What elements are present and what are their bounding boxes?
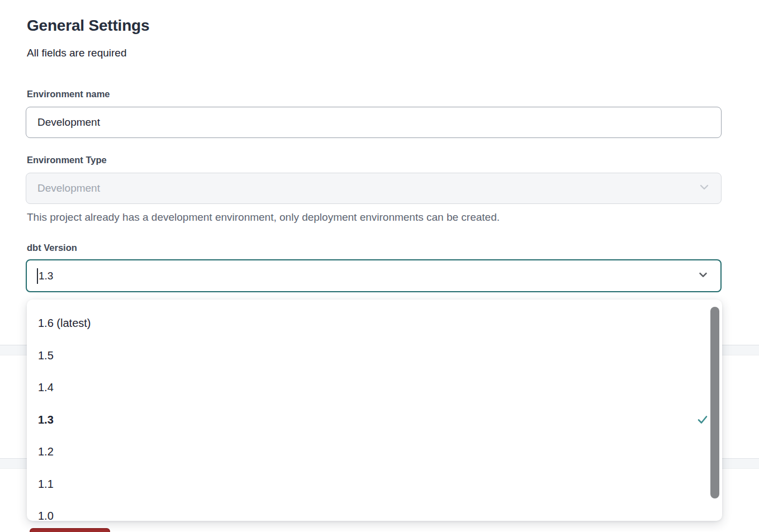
dropdown-option[interactable]: 1.4 bbox=[27, 372, 722, 404]
page-subtitle: All fields are required bbox=[27, 47, 126, 59]
dropdown-option-label: 1.1 bbox=[38, 478, 54, 491]
environment-type-label: Environment Type bbox=[27, 155, 107, 165]
dbt-version-combobox[interactable]: 1.3 bbox=[26, 259, 722, 292]
environment-name-input[interactable] bbox=[26, 107, 722, 138]
dbt-version-listbox: 1.6 (latest) 1.5 1.4 1.3 1.2 1.1 1.0 bbox=[27, 307, 722, 521]
dropdown-option-label: 1.2 bbox=[38, 445, 54, 458]
text-cursor bbox=[37, 268, 38, 284]
dropdown-option-label: 1.4 bbox=[38, 381, 54, 394]
check-icon bbox=[696, 414, 709, 426]
danger-button[interactable] bbox=[30, 528, 110, 532]
dropdown-option-label: 1.3 bbox=[38, 414, 54, 426]
dbt-version-label: dbt Version bbox=[27, 243, 77, 253]
page-title: General Settings bbox=[27, 17, 149, 35]
chevron-down-icon bbox=[697, 268, 709, 283]
dropdown-option-label: 1.6 (latest) bbox=[38, 317, 91, 330]
scrollbar-thumb[interactable] bbox=[710, 307, 719, 498]
dbt-version-value: 1.3 bbox=[39, 270, 53, 282]
environment-name-label: Environment name bbox=[27, 89, 110, 99]
dbt-version-dropdown: 1.6 (latest) 1.5 1.4 1.3 1.2 1.1 1.0 bbox=[27, 300, 722, 521]
dropdown-option[interactable]: 1.0 bbox=[27, 500, 722, 521]
dropdown-option[interactable]: 1.5 bbox=[27, 340, 722, 372]
dropdown-option-label: 1.5 bbox=[38, 349, 54, 362]
chevron-down-icon bbox=[698, 180, 711, 197]
dropdown-option[interactable]: 1.1 bbox=[27, 468, 722, 501]
environment-type-value: Development bbox=[37, 182, 100, 194]
dropdown-option[interactable]: 1.3 bbox=[27, 404, 722, 436]
environment-type-helper-text: This project already has a development e… bbox=[27, 211, 500, 224]
environment-type-select: Development bbox=[26, 173, 722, 204]
dropdown-option[interactable]: 1.2 bbox=[27, 436, 722, 468]
dropdown-option[interactable]: 1.6 (latest) bbox=[27, 307, 722, 340]
dropdown-option-label: 1.0 bbox=[38, 510, 54, 521]
